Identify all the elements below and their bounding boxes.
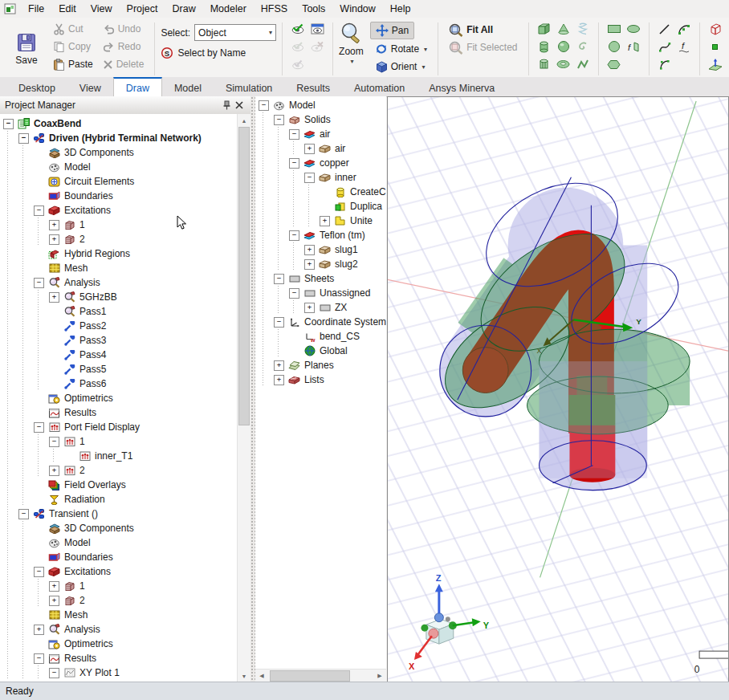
collapse-toggle[interactable]: −: [49, 668, 59, 678]
tree-item[interactable]: +1: [3, 218, 238, 232]
tree-item[interactable]: Optimetrics: [3, 637, 238, 651]
tree-item[interactable]: −Driven (Hybrid Terminal Network): [3, 131, 238, 145]
tree-item[interactable]: −Teflon (tm): [259, 228, 386, 242]
draw-circle-button[interactable]: [605, 39, 624, 55]
pin-icon[interactable]: [220, 99, 233, 112]
eye-show-selection-button[interactable]: [288, 39, 307, 55]
tree-item[interactable]: Results: [3, 405, 238, 420]
tree-item[interactable]: Optimetrics: [3, 391, 238, 405]
select-by-name-button[interactable]: S Select by Name: [161, 47, 276, 59]
project-tree-scrollbar[interactable]: ▲ ▼: [237, 114, 250, 682]
tree-item[interactable]: −Transient (): [3, 507, 238, 521]
tree-item[interactable]: 3D Components: [3, 145, 238, 160]
menu-view[interactable]: View: [83, 2, 120, 16]
expand-toggle[interactable]: +: [49, 596, 59, 606]
menu-file[interactable]: File: [21, 2, 51, 16]
expand-toggle[interactable]: +: [274, 360, 284, 371]
pan-button[interactable]: Pan: [370, 22, 414, 39]
collapse-toggle[interactable]: −: [34, 206, 44, 216]
draw-rectangle-button[interactable]: [605, 21, 624, 38]
undo-button[interactable]: Undo: [98, 21, 149, 37]
tree-item[interactable]: Model: [3, 160, 238, 174]
select-type-combobox[interactable]: Object ▾: [194, 24, 276, 41]
tree-item[interactable]: −CoaxBend: [3, 116, 238, 131]
tree-item[interactable]: +2: [3, 463, 238, 478]
menu-project[interactable]: Project: [120, 2, 165, 16]
menu-tools[interactable]: Tools: [295, 2, 332, 16]
tree-item[interactable]: +Analysis: [3, 622, 238, 637]
zoom-button[interactable]: Zoom ▾: [336, 19, 367, 79]
tab-draw[interactable]: Draw: [113, 77, 162, 96]
tree-item[interactable]: +ZX: [259, 300, 386, 315]
tree-item[interactable]: Pass5: [3, 362, 238, 376]
collapse-toggle[interactable]: −: [18, 509, 29, 519]
expand-toggle[interactable]: +: [49, 292, 59, 303]
fit-selected-button[interactable]: Fit Selected: [444, 39, 522, 55]
tree-item[interactable]: −Solids: [259, 112, 386, 127]
draw-line-button[interactable]: [655, 21, 674, 38]
expand-toggle[interactable]: +: [304, 245, 315, 255]
tree-item[interactable]: −Analysis: [3, 275, 238, 290]
tree-item[interactable]: −Port Field Display: [3, 420, 238, 434]
tree-item[interactable]: wbend_CS: [259, 329, 386, 344]
collapse-toggle[interactable]: −: [49, 437, 59, 447]
tree-item[interactable]: Pass6: [3, 376, 238, 391]
tree-item[interactable]: Pass2: [3, 319, 238, 333]
tree-item[interactable]: CreateC: [259, 185, 386, 199]
scroll-up-arrow[interactable]: ▲: [238, 114, 250, 127]
expand-toggle[interactable]: +: [49, 234, 59, 245]
create-region-button[interactable]: [706, 21, 725, 38]
tree-item[interactable]: +slug1: [259, 242, 386, 257]
close-icon[interactable]: [233, 99, 246, 112]
collapse-toggle[interactable]: −: [289, 288, 299, 299]
draw-cylinder-button[interactable]: [535, 39, 554, 55]
draw-point-button[interactable]: [706, 39, 725, 55]
collapse-toggle[interactable]: −: [304, 173, 315, 183]
eye-show-all-button[interactable]: [288, 56, 307, 73]
expand-toggle[interactable]: +: [274, 375, 284, 385]
tree-item[interactable]: Boundaries: [3, 550, 238, 564]
collapse-toggle[interactable]: −: [274, 274, 284, 284]
draw-helix-button[interactable]: [573, 21, 593, 38]
collapse-toggle[interactable]: −: [3, 119, 14, 129]
draw-bondwire-button[interactable]: [573, 56, 593, 73]
tab-view[interactable]: View: [67, 77, 113, 96]
menu-edit[interactable]: Edit: [51, 2, 83, 16]
expand-toggle[interactable]: +: [49, 581, 59, 592]
draw-regular-polygon-button[interactable]: [605, 56, 624, 73]
draw-polyhedron-button[interactable]: [535, 56, 554, 73]
eye-hide-button[interactable]: [307, 39, 327, 55]
tree-item[interactable]: +slug2: [259, 257, 386, 271]
collapse-toggle[interactable]: −: [289, 230, 299, 241]
orient-button[interactable]: Orient▾: [370, 59, 430, 75]
menu-help[interactable]: Help: [383, 2, 418, 16]
draw-torus-button[interactable]: [554, 56, 573, 73]
collapse-toggle[interactable]: −: [18, 133, 29, 144]
draw-cone-button[interactable]: [554, 21, 573, 38]
tree-item[interactable]: −Results: [3, 651, 238, 665]
tree-item[interactable]: −air: [259, 127, 386, 141]
tree-item[interactable]: Hybrid Regions: [3, 246, 238, 261]
tree-item[interactable]: +5GHzBB: [3, 290, 238, 304]
tree-item[interactable]: −Sheets: [259, 271, 386, 286]
tree-item[interactable]: Mesh: [3, 608, 238, 622]
3d-model-canvas[interactable]: Y X Z Y X: [388, 97, 728, 682]
draw-surface-function-button[interactable]: f: [624, 39, 643, 55]
expand-toggle[interactable]: +: [49, 466, 59, 476]
fit-all-button[interactable]: Fit All: [444, 22, 498, 38]
tree-item[interactable]: +Planes: [259, 358, 386, 372]
cut-button[interactable]: Cut: [48, 21, 98, 37]
scroll-down-arrow[interactable]: ▼: [238, 669, 250, 682]
modeler-viewport[interactable]: Y X Z Y X: [387, 96, 729, 682]
tree-item[interactable]: −inner: [259, 170, 386, 185]
collapse-toggle[interactable]: −: [34, 567, 44, 577]
draw-spline-button[interactable]: [655, 39, 674, 55]
tree-item[interactable]: Mesh: [3, 261, 238, 275]
expand-toggle[interactable]: +: [49, 220, 59, 230]
expand-toggle[interactable]: +: [304, 144, 315, 154]
tree-item[interactable]: +air: [259, 141, 386, 156]
expand-toggle[interactable]: +: [304, 259, 315, 270]
scrollbar-thumb[interactable]: [270, 670, 350, 682]
scroll-right-arrow[interactable]: ▶: [373, 669, 386, 682]
draw-box-button[interactable]: [535, 21, 554, 38]
